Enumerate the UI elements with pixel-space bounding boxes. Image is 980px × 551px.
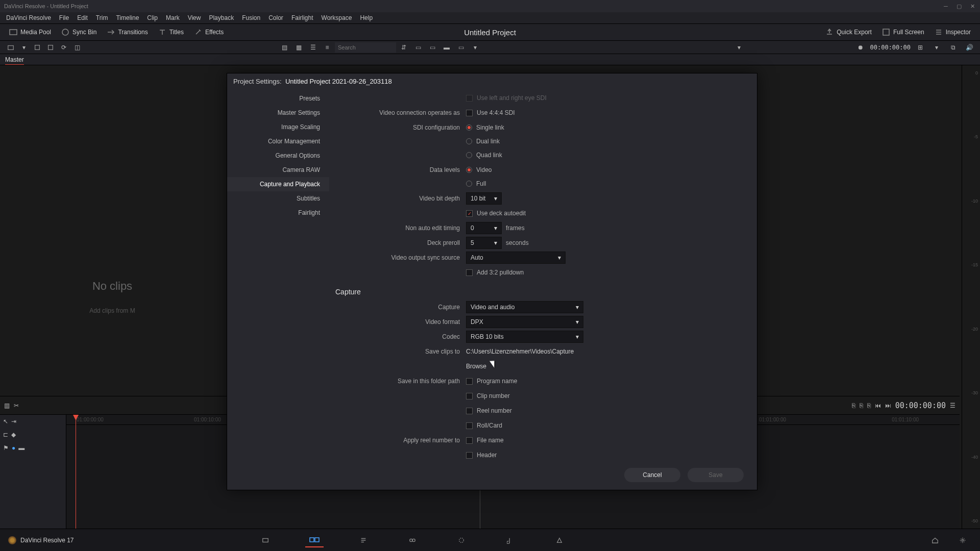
menu-file[interactable]: File <box>55 14 73 21</box>
codec-select[interactable]: RGB 10 bits▾ <box>466 331 583 343</box>
edit-page-button[interactable] <box>354 533 373 547</box>
playhead[interactable] <box>76 415 76 529</box>
sdi-single-radio[interactable] <box>466 124 472 131</box>
sidebar-item-fairlight[interactable]: Fairlight <box>227 206 329 220</box>
fairlight-page-button[interactable] <box>501 533 520 547</box>
cancel-button[interactable]: Cancel <box>624 468 680 482</box>
razor-icon[interactable]: ✂ <box>14 402 19 409</box>
menu-view[interactable]: View <box>184 14 205 21</box>
snap-icon[interactable]: ⊏ <box>3 431 8 438</box>
tl-menu-icon[interactable]: ☰ <box>950 402 955 409</box>
overwrite-icon[interactable]: ⎘ <box>860 402 863 409</box>
sidebar-item-camera-raw[interactable]: Camera RAW <box>227 163 329 177</box>
add-32-checkbox[interactable] <box>466 269 473 276</box>
video-bit-depth-select[interactable]: 10 bit▾ <box>466 192 502 205</box>
chevron-down4-icon[interactable]: ▾ <box>931 42 942 53</box>
data-levels-video-radio[interactable] <box>466 167 472 173</box>
settings-gear-button[interactable] <box>953 533 972 547</box>
menu-fairlight[interactable]: Fairlight <box>287 14 317 21</box>
mute-icon[interactable]: ▬ <box>18 444 24 452</box>
color-icon[interactable]: ● <box>12 444 15 452</box>
data-levels-full-radio[interactable] <box>466 181 472 187</box>
import-icon[interactable] <box>5 42 16 53</box>
reel-filename-checkbox[interactable] <box>466 437 473 444</box>
view-a-icon[interactable]: ▭ <box>412 42 424 53</box>
flag-icon[interactable]: ⚑ <box>3 444 9 452</box>
sdi-quad-radio[interactable] <box>466 152 472 158</box>
minimize-button[interactable]: ─ <box>942 3 949 10</box>
prev-icon[interactable]: ⏮ <box>875 402 881 409</box>
menu-color[interactable]: Color <box>264 14 287 21</box>
sidebar-item-subtitles[interactable]: Subtitles <box>227 191 329 206</box>
sdi-dual-radio[interactable] <box>466 138 472 144</box>
capture-select[interactable]: Video and audio▾ <box>466 301 583 313</box>
menu-clip[interactable]: Clip <box>143 14 162 21</box>
grid-view-icon[interactable]: ▦ <box>293 42 304 53</box>
menu-help[interactable]: Help <box>356 14 377 21</box>
transitions-button[interactable]: Transitions <box>102 26 153 38</box>
reel-header-checkbox[interactable] <box>466 452 473 459</box>
effects-button[interactable]: Effects <box>189 26 229 38</box>
view-b-icon[interactable]: ▭ <box>427 42 438 53</box>
color-page-button[interactable] <box>452 533 471 547</box>
menu-fusion[interactable]: Fusion <box>238 14 264 21</box>
quick-export-button[interactable]: Quick Export <box>820 26 877 38</box>
list2-view-icon[interactable]: ≡ <box>322 42 333 53</box>
video-output-sync-select[interactable]: Auto▾ <box>466 252 566 264</box>
sidebar-item-image-scaling[interactable]: Image Scaling <box>227 120 329 134</box>
menu-mark[interactable]: Mark <box>162 14 184 21</box>
speaker-icon[interactable]: 🔊 <box>964 42 975 53</box>
menu-trim[interactable]: Trim <box>92 14 112 21</box>
program-name-checkbox[interactable] <box>466 378 473 385</box>
titles-button[interactable]: Titles <box>153 26 189 38</box>
next-icon[interactable]: ⏭ <box>885 402 891 409</box>
bin2-icon[interactable] <box>45 42 56 53</box>
marker-icon[interactable]: ◆ <box>11 431 16 438</box>
replace-icon[interactable]: ⎘ <box>867 402 871 409</box>
browse-button[interactable]: Browse <box>466 363 486 370</box>
roll-card-checkbox[interactable] <box>466 422 473 429</box>
media-page-button[interactable] <box>256 533 275 547</box>
cut-page-button[interactable] <box>305 533 324 547</box>
chevron-down2-icon[interactable]: ▾ <box>470 42 481 53</box>
strip-view-icon[interactable]: ▤ <box>279 42 290 53</box>
settings-content[interactable]: Use left and right eye SDI Video connect… <box>329 89 757 460</box>
master-tab[interactable]: Master <box>5 56 24 65</box>
clip-number-checkbox[interactable] <box>466 393 473 399</box>
non-auto-select[interactable]: 0▾ <box>466 222 502 234</box>
sidebar-item-general[interactable]: General Options <box>227 148 329 163</box>
crop-icon[interactable]: ◫ <box>71 42 83 53</box>
home-button[interactable] <box>926 533 944 547</box>
sync-bin-button[interactable]: Sync Bin <box>56 26 102 38</box>
video-format-select[interactable]: DPX▾ <box>466 316 583 328</box>
fusion-page-button[interactable] <box>403 533 422 547</box>
save-button[interactable]: Save <box>688 468 744 482</box>
view-c-icon[interactable]: ▬ <box>441 42 452 53</box>
sidebar-item-presets[interactable]: Presets <box>227 91 329 106</box>
menu-davinci[interactable]: DaVinci Resolve <box>2 14 55 21</box>
reel-number-checkbox[interactable] <box>466 408 473 414</box>
use-deck-autoedit-checkbox[interactable] <box>466 210 473 217</box>
track-headers[interactable]: ↖ ⇥ ⊏ ◆ ⚑ ● ▬ <box>0 415 66 529</box>
menu-workspace[interactable]: Workspace <box>317 14 356 21</box>
insert-icon[interactable]: ⎘ <box>852 402 855 409</box>
view-d-icon[interactable]: ▭ <box>455 42 467 53</box>
maximize-button[interactable]: ▢ <box>955 3 963 10</box>
search-input[interactable] <box>335 42 396 53</box>
inspector-button[interactable]: Inspector <box>929 26 976 38</box>
tc-mode-icon[interactable]: ⊞ <box>915 42 926 53</box>
chevron-down3-icon[interactable]: ▾ <box>733 42 745 53</box>
media-pool-button[interactable]: Media Pool <box>4 26 56 38</box>
sidebar-item-capture-playback[interactable]: Capture and Playback <box>227 177 329 191</box>
arrow-tool-icon[interactable]: ↖ <box>3 418 8 425</box>
menu-timeline[interactable]: Timeline <box>112 14 143 21</box>
tl-view-icon[interactable]: ▥ <box>4 402 10 409</box>
sort-icon[interactable]: ⇵ <box>398 42 409 53</box>
record-icon[interactable]: ⏺ <box>855 42 866 53</box>
sidebar-item-color-mgmt[interactable]: Color Management <box>227 134 329 148</box>
deliver-page-button[interactable] <box>550 533 569 547</box>
list-view-icon[interactable]: ☰ <box>307 42 318 53</box>
menu-edit[interactable]: Edit <box>73 14 92 21</box>
link-icon[interactable]: ⧉ <box>947 42 959 53</box>
use-444-checkbox[interactable] <box>466 110 473 116</box>
